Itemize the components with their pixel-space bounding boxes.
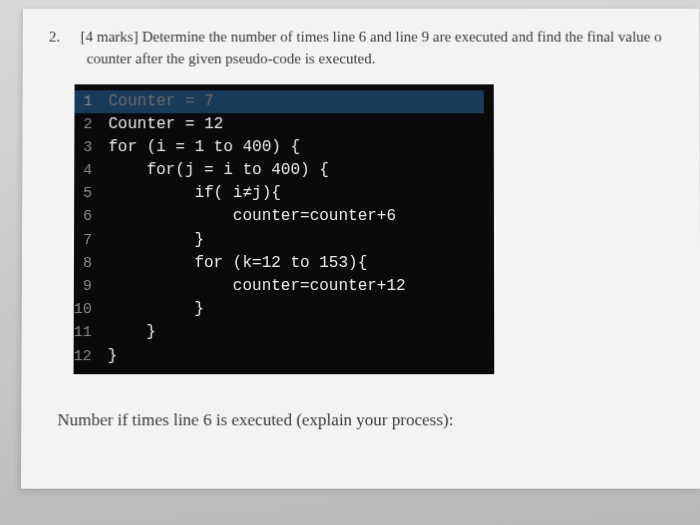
page-content: 2. [4 marks] Determine the number of tim… bbox=[21, 9, 700, 489]
line-number: 5 bbox=[74, 183, 108, 205]
line-number: 8 bbox=[74, 253, 108, 275]
code-line: 10 } bbox=[74, 298, 484, 321]
code-line: 12 } bbox=[74, 345, 485, 368]
line-number: 4 bbox=[74, 160, 108, 182]
code-line: 8 for (k=12 to 153){ bbox=[74, 252, 484, 275]
code-text: Counter = 12 bbox=[108, 113, 223, 136]
line-number: 12 bbox=[74, 346, 108, 368]
code-text: counter=counter+12 bbox=[108, 275, 406, 298]
code-text: } bbox=[108, 298, 204, 321]
code-line: 6 counter=counter+6 bbox=[74, 205, 484, 228]
line-number: 11 bbox=[74, 322, 108, 344]
question-number: 2. bbox=[49, 27, 77, 49]
line-number: 1 bbox=[74, 91, 108, 113]
line-number: 7 bbox=[74, 230, 108, 252]
code-text: for(j = i to 400) { bbox=[108, 159, 329, 182]
line-number: 2 bbox=[74, 114, 108, 136]
code-line: 11 } bbox=[74, 321, 484, 344]
code-text: } bbox=[108, 229, 204, 252]
answer-prompt: Number if times line 6 is executed (expl… bbox=[57, 410, 700, 430]
code-line: 1 Counter = 7 bbox=[74, 90, 483, 113]
code-text: for (k=12 to 153){ bbox=[108, 252, 367, 275]
line-number: 6 bbox=[74, 206, 108, 228]
code-text: counter=counter+6 bbox=[108, 205, 396, 228]
code-line: 4 for(j = i to 400) { bbox=[74, 159, 484, 182]
line-number: 3 bbox=[74, 137, 108, 159]
code-text: } bbox=[108, 321, 156, 344]
question-block: 2. [4 marks] Determine the number of tim… bbox=[49, 27, 700, 70]
code-line: 2 Counter = 12 bbox=[74, 113, 483, 136]
line-number: 10 bbox=[74, 299, 108, 321]
code-text: for (i = 1 to 400) { bbox=[108, 136, 300, 159]
code-line: 5 if( i≠j){ bbox=[74, 182, 484, 205]
code-text: if( i≠j){ bbox=[108, 182, 281, 205]
line-number: 9 bbox=[74, 276, 108, 298]
code-block: 1 Counter = 7 2 Counter = 12 3 for (i = … bbox=[74, 84, 495, 374]
code-line: 3 for (i = 1 to 400) { bbox=[74, 136, 484, 159]
question-text-2: counter after the given pseudo-code is e… bbox=[87, 48, 700, 70]
question-text-1: [4 marks] Determine the number of times … bbox=[80, 29, 661, 45]
code-line: 7 } bbox=[74, 229, 484, 252]
code-text: } bbox=[108, 345, 118, 368]
code-line: 9 counter=counter+12 bbox=[74, 275, 484, 298]
code-text: Counter = 7 bbox=[108, 90, 213, 113]
